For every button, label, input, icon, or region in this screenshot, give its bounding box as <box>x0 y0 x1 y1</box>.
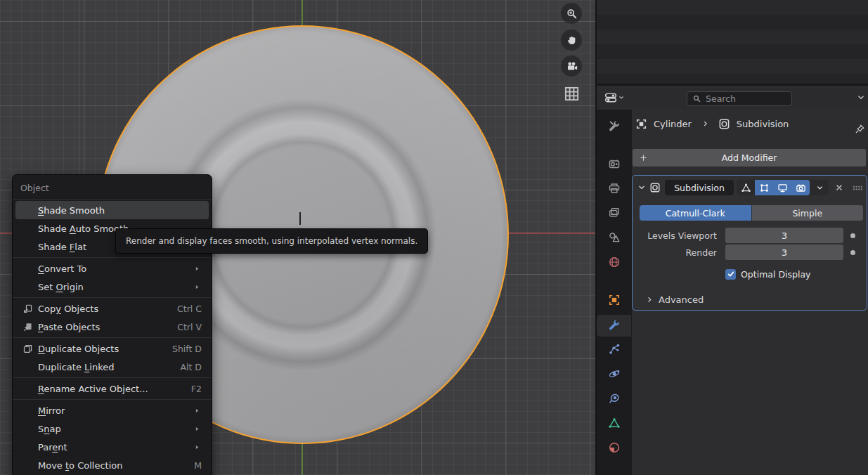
menu-shortcut: M <box>194 460 202 471</box>
submenu-arrow-icon <box>193 282 202 292</box>
catmull-clark-button[interactable]: Catmull-Clark <box>640 205 751 221</box>
panel-expand-chevron-icon[interactable] <box>637 183 647 193</box>
menu-item-duplicate-objects[interactable]: Duplicate Objects Shift D <box>15 339 209 358</box>
levels-viewport-row: Levels Viewport 3 <box>633 227 868 244</box>
optimal-display-label: Optimal Display <box>741 269 811 280</box>
edit-mode-icon <box>759 183 770 193</box>
chevron-right-icon <box>701 119 710 128</box>
tab-scene[interactable] <box>597 228 631 249</box>
pan-hand-gizmo[interactable] <box>561 30 582 51</box>
tab-output[interactable] <box>597 178 631 200</box>
submenu-arrow-icon <box>193 282 202 292</box>
menu-item-label: Shade Flat <box>38 242 86 252</box>
add-modifier-button[interactable]: Add Modifier <box>633 149 866 167</box>
outliner-region[interactable] <box>597 0 868 86</box>
advanced-section-toggle[interactable]: Advanced <box>645 294 704 305</box>
physics-icon <box>608 367 621 380</box>
modifier-extras-dropdown[interactable] <box>810 180 829 195</box>
menu-title: Object <box>13 181 212 197</box>
chevron-down-icon <box>815 183 824 193</box>
drag-handle-icon[interactable] <box>852 182 864 194</box>
menu-item-label: Mirror <box>38 405 65 416</box>
breadcrumb: Cylinder Subdivision <box>632 115 868 132</box>
object-context-menu: Object Shade Smooth Shade Auto Smooth Sh… <box>12 174 212 475</box>
menu-item-rename-active-object[interactable]: Rename Active Object... F2 <box>15 379 209 398</box>
camera-view-gizmo[interactable] <box>561 56 582 77</box>
menu-item-set-origin[interactable]: Set Origin <box>15 278 209 296</box>
tab-world[interactable] <box>597 252 631 274</box>
pan-hand-icon <box>566 34 578 46</box>
render-label: Render <box>633 247 717 258</box>
keyframe-dot[interactable] <box>850 250 855 255</box>
menu-item-label: Copy Objects <box>38 304 98 314</box>
menu-item-mirror[interactable]: Mirror <box>15 401 209 419</box>
toggle-edit-mode[interactable] <box>755 180 773 195</box>
menu-item-snap[interactable]: Snap <box>15 419 209 438</box>
menu-item-paste-objects[interactable]: Paste Objects Ctrl V <box>15 318 209 336</box>
submenu-arrow-icon <box>193 443 202 452</box>
tab-tool[interactable] <box>597 116 631 138</box>
plus-icon <box>639 153 648 162</box>
tab-material[interactable] <box>597 438 631 460</box>
menu-item-convert-to[interactable]: Convert To <box>15 259 209 278</box>
menu-item-copy-objects[interactable]: Copy Objects Ctrl C <box>15 299 209 318</box>
optimal-display-row: Optimal Display <box>725 268 811 280</box>
zoom-gizmo[interactable] <box>561 3 582 24</box>
subdivision-modifier-panel: Subdivision Catmull-Clark Simple Levels … <box>632 175 867 311</box>
tab-physics[interactable] <box>597 364 631 386</box>
subdivision-type-segment: Catmull-Clark Simple <box>640 205 863 221</box>
submenu-arrow-icon <box>193 264 202 273</box>
grid-ortho-gizmo[interactable] <box>561 83 582 104</box>
menu-item-shade-smooth[interactable]: Shade Smooth <box>15 201 209 219</box>
toggle-render-visibility[interactable] <box>791 180 810 195</box>
tab-object-data[interactable] <box>597 413 631 435</box>
world-icon <box>608 256 621 268</box>
properties-tab-bar <box>597 110 632 475</box>
menu-separator <box>13 377 212 378</box>
menu-item-parent[interactable]: Parent <box>15 438 209 456</box>
add-modifier-label: Add Modifier <box>722 152 777 163</box>
submenu-arrow-icon <box>193 443 202 452</box>
modifier-name-field[interactable]: Subdivision <box>665 180 734 195</box>
menu-shortcut: Ctrl V <box>177 322 202 332</box>
toggle-realtime[interactable] <box>773 180 791 195</box>
menu-item-label: Duplicate Linked <box>38 362 115 372</box>
tab-constraints[interactable] <box>597 389 631 410</box>
tab-render[interactable] <box>597 154 631 176</box>
menu-item-duplicate-linked[interactable]: Duplicate Linked Alt D <box>15 358 209 376</box>
simple-button[interactable]: Simple <box>752 205 864 221</box>
tool-icon <box>608 119 621 132</box>
tooltip-text: Render and display faces smooth, using i… <box>126 236 417 246</box>
properties-content: Cylinder Subdivision Add Modifier Subdiv… <box>632 110 868 475</box>
copy-objects-icon <box>22 304 33 314</box>
tooltip: Render and display faces smooth, using i… <box>115 228 428 254</box>
menu-separator <box>13 297 212 298</box>
search-input[interactable]: Search <box>687 91 792 106</box>
tab-modifiers[interactable] <box>597 315 631 337</box>
breadcrumb-modifier[interactable]: Subdivision <box>737 119 789 129</box>
header-options-chevron-icon[interactable] <box>856 93 866 103</box>
modifier-display-toggles <box>737 180 810 195</box>
editor-type-button[interactable] <box>604 91 625 104</box>
output-icon <box>608 182 621 195</box>
delete-modifier-button[interactable] <box>834 183 844 193</box>
menu-item-label: Parent <box>38 442 67 453</box>
menu-shortcut: Alt D <box>180 362 202 372</box>
pin-icon[interactable] <box>855 124 865 134</box>
object-icon <box>608 294 621 306</box>
breadcrumb-object[interactable]: Cylinder <box>654 119 692 129</box>
optimal-display-checkbox[interactable] <box>725 269 736 280</box>
tab-object[interactable] <box>597 290 631 312</box>
modifier-panel-header: Subdivision <box>637 180 864 195</box>
viewport-gizmos <box>553 0 595 112</box>
toggle-on-cage[interactable] <box>737 180 755 195</box>
tab-view-layer[interactable] <box>597 203 631 225</box>
tab-particles[interactable] <box>597 339 631 361</box>
levels-viewport-field[interactable]: 3 <box>725 228 843 243</box>
view-layer-icon <box>608 207 621 219</box>
render-field[interactable]: 3 <box>725 245 843 260</box>
levels-viewport-label: Levels Viewport <box>633 230 717 241</box>
keyframe-dot[interactable] <box>850 233 855 238</box>
menu-item-move-to-collection[interactable]: Move to Collection M <box>15 456 209 474</box>
chevron-down-icon <box>618 94 625 101</box>
